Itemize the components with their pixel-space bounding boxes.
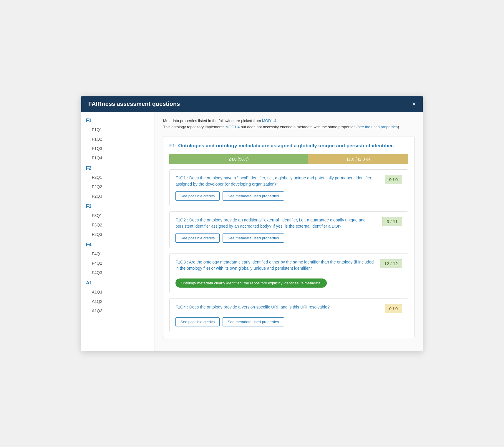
see-metadata-used-props-f1q4[interactable]: See metadata used properties bbox=[223, 317, 284, 326]
sidebar-item-a1q2[interactable]: A1Q2 bbox=[81, 297, 155, 306]
alert-text-f1q3: Ontology metadata clearly identified: th… bbox=[175, 278, 327, 288]
see-possible-credits-f1q2[interactable]: See possible credits bbox=[175, 233, 220, 243]
sidebar-item-a1q1[interactable]: A1Q1 bbox=[81, 287, 155, 297]
modal-header: FAIRness assessment questions × bbox=[81, 96, 423, 112]
sidebar-item-f4q1[interactable]: F4Q1 bbox=[81, 249, 155, 258]
sidebar-item-f4q2[interactable]: F4Q2 bbox=[81, 258, 155, 268]
sidebar-item-a1q3[interactable]: A1Q3 bbox=[81, 306, 155, 316]
sidebar-item-f1q2[interactable]: F1Q2 bbox=[81, 134, 155, 144]
main-content: Metadata properties listed in the follow… bbox=[155, 112, 423, 351]
score-badge-f1q4: 0 / 9 bbox=[385, 304, 402, 313]
question-header-f1q3: F1Q3 : Are the ontology metadata clearly… bbox=[175, 259, 402, 271]
question-text-f1q3: F1Q3 : Are the ontology metadata clearly… bbox=[175, 259, 375, 271]
see-possible-credits-f1q1[interactable]: See possible credits bbox=[175, 191, 220, 201]
progress-yellow-label: 17.0 (42.0%) bbox=[346, 157, 370, 161]
question-buttons-f1q2: See possible credits See metadata used p… bbox=[175, 233, 402, 243]
intro-line2: This ontology repository implements bbox=[163, 125, 226, 129]
sidebar-item-f3q1[interactable]: F3Q1 bbox=[81, 211, 155, 220]
question-buttons-f1q4: See possible credits See metadata used p… bbox=[175, 317, 402, 326]
question-card-f1q4: F1Q4 : Does the ontology provide a versi… bbox=[169, 298, 408, 332]
sidebar-item-f4[interactable]: F4 bbox=[81, 239, 155, 249]
sidebar-item-f4q3[interactable]: F4Q3 bbox=[81, 268, 155, 277]
sidebar-item-f1q4[interactable]: F1Q4 bbox=[81, 153, 155, 163]
sidebar-item-f2[interactable]: F2 bbox=[81, 163, 155, 173]
sidebar: F1 F1Q1 F1Q2 F1Q3 F1Q4 F2 F2Q1 F2Q2 F2Q3… bbox=[81, 112, 155, 351]
sidebar-item-f1q3[interactable]: F1Q3 bbox=[81, 144, 155, 153]
question-card-f1q2: F1Q2 : Does the ontology provide an addi… bbox=[169, 211, 408, 248]
question-header-f1q1: F1Q1 : Does the ontology have a "local" … bbox=[175, 175, 402, 187]
close-button[interactable]: × bbox=[412, 101, 416, 107]
score-badge-f1q1: 9 / 9 bbox=[385, 175, 402, 184]
sidebar-item-f1q1[interactable]: F1Q1 bbox=[81, 125, 155, 134]
mod-link-2[interactable]: MOD1.4 bbox=[226, 125, 240, 129]
f1-progress-bar: 24.0 (58%) 17.0 (42.0%) bbox=[169, 154, 408, 164]
question-text-f1q2: F1Q2 : Does the ontology provide an addi… bbox=[175, 217, 377, 229]
sidebar-item-f3[interactable]: F3 bbox=[81, 201, 155, 211]
sidebar-item-a1[interactable]: A1 bbox=[81, 277, 155, 287]
question-text-f1q4: F1Q4 : Does the ontology provide a versi… bbox=[175, 304, 380, 310]
modal-title: FAIRness assessment questions bbox=[88, 101, 180, 107]
question-card-f1q1: F1Q1 : Does the ontology have a "local" … bbox=[169, 169, 408, 206]
question-text-f1q1: F1Q1 : Does the ontology have a "local" … bbox=[175, 175, 380, 187]
f1-section-title: F1: Ontologies and ontology metadata are… bbox=[169, 142, 408, 149]
see-metadata-used-props-f1q2[interactable]: See metadata used properties bbox=[223, 233, 284, 243]
sidebar-item-f1[interactable]: F1 bbox=[81, 115, 155, 125]
question-header-f1q2: F1Q2 : Does the ontology provide an addi… bbox=[175, 217, 402, 229]
sidebar-item-f2q3[interactable]: F2Q3 bbox=[81, 191, 155, 201]
modal: FAIRness assessment questions × F1 F1Q1 … bbox=[81, 96, 423, 351]
sidebar-item-f2q1[interactable]: F2Q1 bbox=[81, 173, 155, 182]
score-badge-f1q2: 3 / 11 bbox=[382, 217, 402, 226]
intro-section: Metadata properties listed in the follow… bbox=[163, 118, 415, 130]
progress-green-label: 24.0 (58%) bbox=[228, 157, 248, 161]
sidebar-item-f3q2[interactable]: F3Q2 bbox=[81, 220, 155, 230]
question-buttons-f1q1: See possible credits See metadata used p… bbox=[175, 191, 402, 201]
intro-line2b: but does not necessity encode a metadata… bbox=[240, 125, 358, 129]
intro-line2c: ) bbox=[398, 125, 399, 129]
question-header-f1q4: F1Q4 : Does the ontology provide a versi… bbox=[175, 304, 402, 313]
question-card-f1q3: F1Q3 : Are the ontology metadata clearly… bbox=[169, 253, 408, 293]
see-metadata-used-props-f1q1[interactable]: See metadata used properties bbox=[223, 191, 284, 201]
progress-bar-yellow: 17.0 (42.0%) bbox=[308, 154, 408, 164]
sidebar-item-f2q2[interactable]: F2Q2 bbox=[81, 182, 155, 191]
f1-section-card: F1: Ontologies and ontology metadata are… bbox=[163, 136, 415, 338]
modal-body: F1 F1Q1 F1Q2 F1Q3 F1Q4 F2 F2Q1 F2Q2 F2Q3… bbox=[81, 112, 423, 351]
alert-f1q3: Ontology metadata clearly identified: th… bbox=[175, 276, 402, 288]
used-properties-link[interactable]: see the used properties bbox=[358, 125, 398, 129]
intro-line1: Metadata properties listed in the follow… bbox=[163, 119, 262, 123]
progress-bar-green: 24.0 (58%) bbox=[169, 154, 308, 164]
sidebar-item-f3q3[interactable]: F3Q3 bbox=[81, 230, 155, 239]
mod-link-1[interactable]: MOD1.4 bbox=[262, 119, 276, 123]
see-possible-credits-f1q4[interactable]: See possible credits bbox=[175, 317, 220, 326]
score-badge-f1q3: 12 / 12 bbox=[380, 259, 402, 268]
